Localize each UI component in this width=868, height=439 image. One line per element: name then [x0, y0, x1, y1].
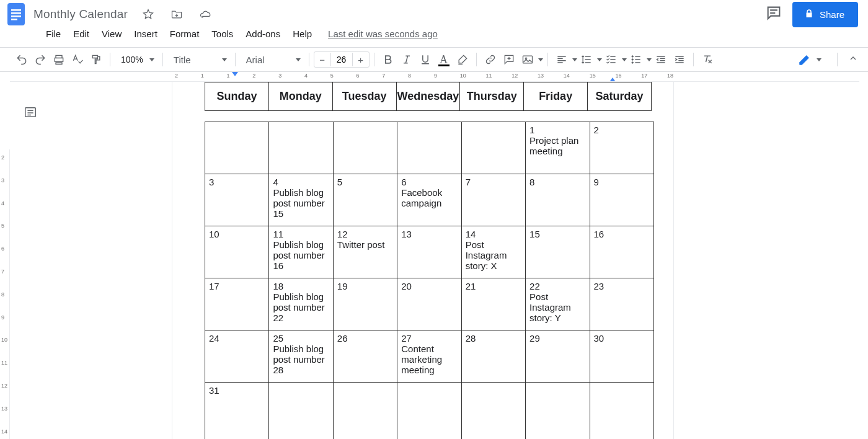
calendar-cell[interactable]: [333, 122, 397, 174]
italic-icon[interactable]: [397, 50, 416, 69]
text-color-icon[interactable]: A: [435, 50, 453, 69]
checklist-icon[interactable]: [602, 50, 621, 69]
menu-help[interactable]: Help: [286, 26, 318, 42]
calendar-cell[interactable]: 9: [590, 174, 653, 226]
menu-file[interactable]: File: [40, 26, 67, 42]
calendar-cell[interactable]: 17: [205, 278, 269, 330]
calendar-cell[interactable]: 20: [397, 278, 461, 330]
docs-logo-icon[interactable]: [5, 0, 27, 29]
calendar-cell[interactable]: 3: [205, 174, 269, 226]
calendar-cell[interactable]: 29: [526, 330, 590, 383]
menu-format[interactable]: Format: [164, 26, 206, 42]
calendar-cell[interactable]: 11Publish blog post number 16: [269, 226, 333, 278]
bulleted-list-icon[interactable]: [627, 50, 645, 69]
calendar-cell[interactable]: 13: [397, 226, 461, 278]
star-icon[interactable]: [139, 5, 157, 24]
spellcheck-icon[interactable]: [68, 50, 87, 69]
calendar-cell[interactable]: 6Facebook campaign: [397, 174, 461, 226]
calendar-cell[interactable]: 26: [333, 330, 397, 383]
paint-format-icon[interactable]: [87, 50, 105, 69]
first-line-indent-marker[interactable]: [232, 72, 238, 76]
calendar-cell[interactable]: [397, 122, 461, 174]
document-outline-icon[interactable]: [21, 103, 40, 122]
calendar-cell[interactable]: 18Publish blog post number 22: [269, 278, 333, 330]
calendar-cell[interactable]: [590, 383, 653, 440]
calendar-cell[interactable]: 22Post Instagram story: Y: [526, 278, 590, 330]
calendar-cell[interactable]: 5: [333, 174, 397, 226]
menu-insert[interactable]: Insert: [128, 26, 164, 42]
calendar-cell[interactable]: 30: [590, 330, 653, 383]
calendar-cell[interactable]: 19: [333, 278, 397, 330]
calendar-cell[interactable]: 25Publish blog post number 28: [269, 330, 333, 383]
bold-icon[interactable]: [379, 50, 397, 69]
insert-comment-icon[interactable]: [500, 50, 518, 69]
calendar-cell[interactable]: 1Project plan meeting: [526, 122, 590, 174]
chevron-down-icon[interactable]: [538, 58, 543, 61]
move-to-folder-icon[interactable]: [167, 5, 186, 24]
underline-icon[interactable]: [416, 50, 435, 69]
font-size-stepper[interactable]: − +: [314, 51, 370, 68]
calendar-day-number: 23: [594, 281, 650, 291]
redo-icon[interactable]: [31, 50, 50, 69]
calendar-cell[interactable]: 8: [526, 174, 590, 226]
zoom-select[interactable]: 100%: [115, 53, 158, 66]
calendar-cell[interactable]: 21: [461, 278, 525, 330]
calendar-day-number: 22: [529, 281, 585, 291]
align-icon[interactable]: [552, 50, 571, 69]
chevron-down-icon[interactable]: [597, 58, 602, 61]
calendar-cell[interactable]: 27Content marketing meeting: [397, 330, 461, 383]
calendar-cell[interactable]: [526, 383, 590, 440]
calendar-cell[interactable]: [461, 122, 525, 174]
editing-mode-button[interactable]: [793, 50, 826, 69]
calendar-cell[interactable]: [269, 383, 333, 440]
highlight-color-icon[interactable]: [453, 50, 472, 69]
undo-icon[interactable]: [12, 50, 31, 69]
calendar-cell[interactable]: 16: [590, 226, 653, 278]
calendar-cell[interactable]: [397, 383, 461, 440]
calendar-cell[interactable]: 31: [205, 383, 269, 440]
calendar-cell[interactable]: 2: [590, 122, 653, 174]
calendar-cell[interactable]: [461, 383, 525, 440]
last-edit-link[interactable]: Last edit was seconds ago: [328, 29, 438, 39]
calendar-cell[interactable]: 7: [461, 174, 525, 226]
collapse-toolbar-icon[interactable]: [848, 53, 858, 66]
calendar-cell[interactable]: [333, 383, 397, 440]
font-size-increase[interactable]: +: [353, 52, 369, 67]
print-icon[interactable]: [50, 50, 68, 69]
share-button[interactable]: Share: [792, 2, 858, 27]
calendar-cell[interactable]: 15: [526, 226, 590, 278]
document-title[interactable]: Monthly Calendar: [33, 7, 128, 20]
clear-formatting-icon[interactable]: [698, 50, 717, 69]
horizontal-ruler[interactable]: 21123456789101112131415161718: [0, 72, 868, 82]
font-size-input[interactable]: [330, 53, 353, 66]
line-spacing-icon[interactable]: [577, 50, 596, 69]
insert-image-icon[interactable]: [518, 50, 537, 69]
increase-indent-icon[interactable]: [670, 50, 689, 69]
menu-edit[interactable]: Edit: [67, 26, 95, 42]
menu-tools[interactable]: Tools: [205, 26, 239, 42]
calendar-cell[interactable]: 28: [461, 330, 525, 383]
calendar-cell[interactable]: 14Post Instagram story: X: [461, 226, 525, 278]
calendar-cell[interactable]: [205, 122, 269, 174]
font-select[interactable]: Arial: [240, 53, 304, 66]
paragraph-style-select[interactable]: Title: [167, 53, 231, 66]
chevron-down-icon[interactable]: [572, 58, 577, 61]
calendar-cell[interactable]: 23: [590, 278, 653, 330]
vertical-ruler[interactable]: 234567891011121314151617: [0, 149, 10, 439]
calendar-cell[interactable]: 4Publish blog post number 15: [269, 174, 333, 226]
open-comments-icon[interactable]: [765, 4, 782, 24]
calendar-cell[interactable]: 12Twitter post: [333, 226, 397, 278]
decrease-indent-icon[interactable]: [652, 50, 670, 69]
insert-link-icon[interactable]: [481, 50, 500, 69]
cloud-status-icon[interactable]: [196, 5, 215, 24]
chevron-down-icon[interactable]: [622, 58, 627, 61]
menu-view[interactable]: View: [95, 26, 128, 42]
chevron-down-icon[interactable]: [647, 58, 652, 61]
menu-addons[interactable]: Add-ons: [239, 26, 286, 42]
calendar-cell[interactable]: [269, 122, 333, 174]
calendar-cell[interactable]: 10: [205, 226, 269, 278]
document-page[interactable]: Sunday Monday Tuesday Wednesday Thursday…: [172, 82, 673, 439]
font-size-decrease[interactable]: −: [314, 52, 330, 67]
calendar-body-table[interactable]: 1Project plan meeting234Publish blog pos…: [205, 122, 654, 439]
calendar-cell[interactable]: 24: [205, 330, 269, 383]
